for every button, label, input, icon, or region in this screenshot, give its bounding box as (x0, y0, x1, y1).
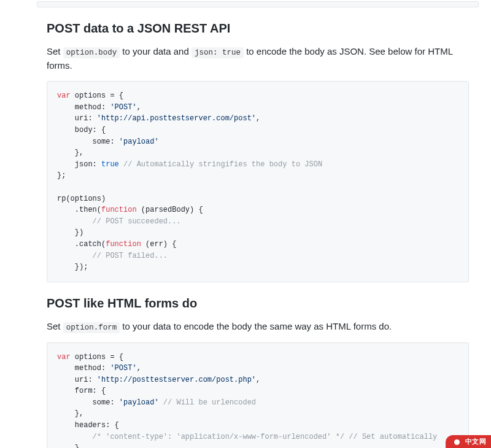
watermark-badge: 中文网 (446, 435, 491, 448)
text: Set (47, 321, 63, 331)
text: to your data to encode the body the same… (120, 321, 392, 331)
code-block-post-json[interactable]: var options = { method: 'POST', uri: 'ht… (47, 81, 469, 282)
inline-code-json-true: json: true (191, 47, 244, 58)
text: Set (47, 46, 63, 56)
section2-intro: Set option.form to your data to encode t… (47, 320, 469, 334)
section-heading-post-json: POST data to a JSON REST API (47, 21, 469, 36)
inline-code-option-body: option.body (63, 47, 120, 58)
text: to your data and (120, 46, 191, 56)
section-heading-post-form: POST like HTML forms do (47, 296, 469, 311)
watermark-text: 中文网 (465, 438, 487, 445)
code-block-post-form[interactable]: var options = { method: 'POST', uri: 'ht… (47, 342, 469, 449)
inline-code-option-form: option.form (63, 322, 120, 333)
article-body: POST data to a JSON REST API Set option.… (37, 21, 479, 448)
prev-code-block-tail (37, 1, 479, 7)
section1-intro: Set option.body to your data and json: t… (47, 45, 469, 72)
